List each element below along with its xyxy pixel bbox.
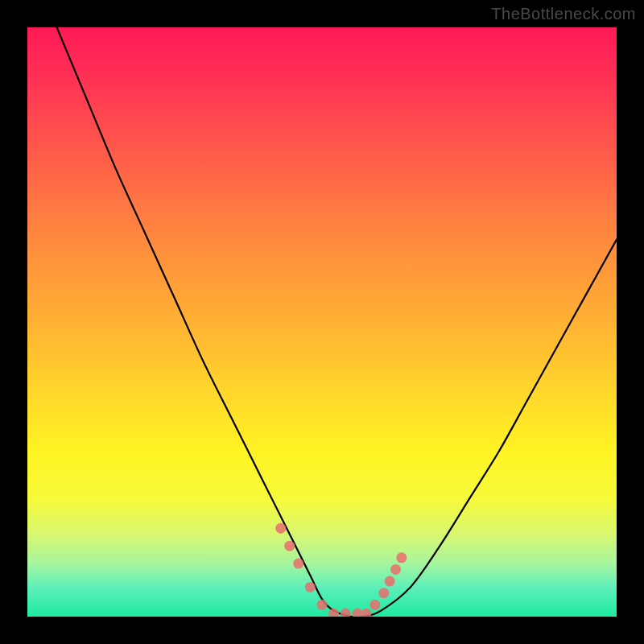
- curve-markers: [275, 523, 407, 617]
- curve-marker: [361, 609, 371, 617]
- curve-marker: [284, 541, 295, 551]
- curve-marker: [328, 609, 339, 617]
- curve-marker: [385, 576, 395, 587]
- curve-marker: [293, 559, 303, 569]
- curve-marker: [378, 588, 389, 598]
- curve-marker: [396, 552, 407, 563]
- curve-marker: [390, 564, 401, 575]
- curve-marker: [317, 600, 328, 610]
- curve-marker: [352, 609, 362, 617]
- curve-marker: [369, 600, 380, 610]
- watermark-text: TheBottleneck.com: [491, 5, 636, 23]
- curve-marker: [305, 582, 316, 592]
- curve-marker: [341, 609, 351, 617]
- bottleneck-curve: [57, 27, 617, 617]
- curve-marker: [275, 523, 286, 534]
- chart-frame: TheBottleneck.com: [0, 0, 644, 644]
- curve-layer: [27, 27, 617, 617]
- plot-area: [27, 27, 617, 617]
